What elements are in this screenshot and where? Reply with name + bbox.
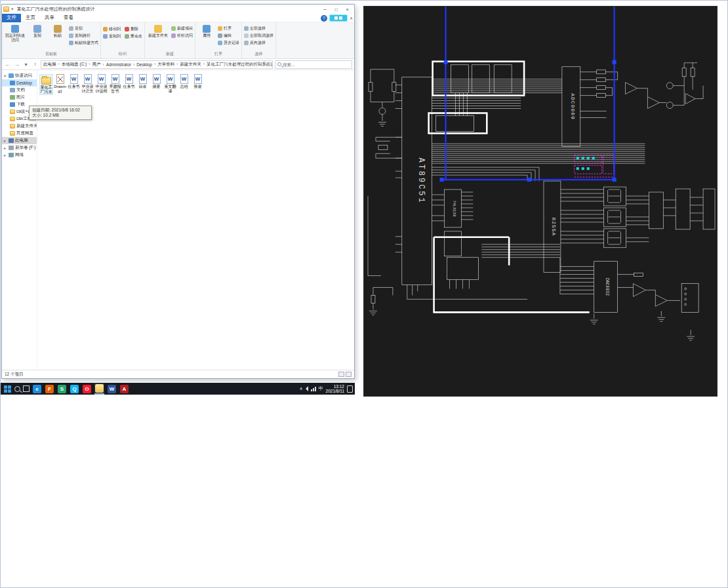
rename-icon xyxy=(125,34,129,39)
sidebar-item-folder-4[interactable]: 百度网盘 xyxy=(2,130,37,137)
breadcrumb-segment[interactable]: 新建文件夹 xyxy=(174,62,201,68)
cad-window[interactable]: AT89C51 ADC0809 8255A 74LS138 DAC0832 xyxy=(363,6,718,397)
breadcrumb[interactable]: 此电脑 本地磁盘 (C:) 用户 Administrator Desktop 大… xyxy=(41,60,273,69)
sidebar-item-documents[interactable]: 文档 xyxy=(2,87,37,94)
invert-selection-button[interactable]: 反向选择 xyxy=(244,40,273,46)
file-item-doc[interactable]: W 英文翻译 xyxy=(163,74,177,94)
tab-file[interactable]: 文件 xyxy=(2,14,21,22)
tab-home[interactable]: 主页 xyxy=(21,14,40,22)
edit-button[interactable]: 编辑 xyxy=(218,33,239,39)
taskbar-clock[interactable]: 13:12 2021/8/11 xyxy=(326,384,344,394)
word-file-icon: W xyxy=(98,74,106,84)
group-label-clipboard: 剪贴板 xyxy=(4,50,98,58)
sidebar-item-quick-access[interactable]: ▾ 快速访问 xyxy=(2,72,37,79)
file-item-drawing[interactable]: Drawing1 xyxy=(53,74,67,94)
chevron-right-icon[interactable]: ▸ xyxy=(4,146,7,150)
quick-access-toolbar-arrow[interactable]: ▾ xyxy=(11,7,14,12)
file-item-doc[interactable]: W 目录 xyxy=(136,74,150,89)
easy-access-button[interactable]: 轻松访问 xyxy=(171,33,193,39)
file-item-doc[interactable]: W 任务书 xyxy=(67,74,81,89)
taskbar-icon-file-explorer[interactable] xyxy=(95,384,104,393)
up-icon[interactable]: ↑ xyxy=(31,62,39,68)
volume-icon[interactable] xyxy=(306,386,308,391)
word-file-icon: W xyxy=(125,74,133,84)
history-button[interactable]: 历史记录 xyxy=(218,40,239,46)
breadcrumb-segment[interactable]: 用户 xyxy=(87,62,100,68)
chevron-down-icon[interactable]: ▾ xyxy=(4,73,7,78)
start-button[interactable] xyxy=(3,385,12,393)
ribbon-collapse-icon[interactable]: ∧ xyxy=(350,16,353,21)
taskbar-icon-word[interactable]: W xyxy=(108,385,116,393)
copy-path-button[interactable]: 复制路径 xyxy=(69,33,98,39)
titlebar[interactable]: ▾ 某化工厂污水处理过程的控制系统设计 ─ □ × xyxy=(2,5,354,14)
paste-button[interactable]: 粘贴 xyxy=(49,24,67,38)
taskbar-icon-opera[interactable]: O xyxy=(83,385,91,393)
details-view-icon[interactable] xyxy=(338,372,344,377)
taskbar-icon-green-app[interactable]: S xyxy=(58,385,66,393)
copy-to-button[interactable]: 复制到 xyxy=(103,33,121,39)
paste-shortcut-button[interactable]: 粘贴快捷方式 xyxy=(69,40,98,46)
move-to-button[interactable]: 移动到 xyxy=(103,26,121,32)
new-item-button[interactable]: 新建项目 xyxy=(171,26,193,31)
file-item-doc[interactable]: W 开题报告书 xyxy=(108,74,122,94)
breadcrumb-segment[interactable]: Desktop xyxy=(131,62,152,67)
tray-expand-icon[interactable]: ∧ xyxy=(299,386,302,391)
easy-access-icon xyxy=(171,33,176,38)
maximize-button[interactable]: □ xyxy=(331,5,342,14)
delete-button[interactable]: 删除 xyxy=(125,26,142,32)
chevron-right-icon[interactable]: ▸ xyxy=(4,153,7,157)
ime-indicator[interactable]: 中 xyxy=(319,385,323,392)
file-item-folder[interactable]: 某化工厂污水处理 xyxy=(39,74,53,95)
file-item-doc[interactable]: W 摘要 xyxy=(150,74,163,89)
move-to-icon xyxy=(103,27,108,31)
history-dropdown-icon[interactable]: ▾ xyxy=(22,62,30,68)
taskbar-icon-firefox[interactable]: F xyxy=(45,385,54,393)
pin-to-quick-access-button[interactable]: 固定到快速访问 xyxy=(4,24,26,42)
folder-icon xyxy=(10,131,15,136)
properties-button[interactable]: 属性 xyxy=(197,24,216,38)
help-icon[interactable]: ? xyxy=(321,15,327,22)
search-box[interactable] xyxy=(275,60,352,69)
forward-icon[interactable]: → xyxy=(13,62,20,68)
copy-button[interactable]: 复制 xyxy=(28,24,47,38)
breadcrumb-segment[interactable]: 某化工厂污水处理过程的控制系统设计 xyxy=(201,62,273,68)
word-file-icon: W xyxy=(180,74,188,84)
sidebar-item-pictures[interactable]: 图片 xyxy=(2,94,37,101)
select-all-button[interactable]: 全部选择 xyxy=(244,26,273,31)
taskbar-icon-edge[interactable]: e xyxy=(33,385,41,393)
close-button[interactable]: × xyxy=(342,5,353,14)
rename-button[interactable]: 重命名 xyxy=(125,33,142,39)
cut-button[interactable]: 剪切 xyxy=(69,26,98,31)
breadcrumb-segment[interactable]: 此电脑 xyxy=(43,62,56,68)
open-button[interactable]: 打开 xyxy=(218,26,239,31)
breadcrumb-segment[interactable]: 大学资料 xyxy=(152,62,174,68)
task-view-icon[interactable] xyxy=(23,385,30,392)
new-folder-button[interactable]: 新建文件夹 xyxy=(147,24,169,38)
taskbar-icon-qq[interactable]: Q xyxy=(70,385,79,393)
sidebar-item-drive-f[interactable]: ▸ 新加卷 (F:) xyxy=(2,144,37,151)
file-item-doc[interactable]: W 任务书 xyxy=(122,74,136,89)
sidebar-item-this-pc[interactable]: ▸ 此电脑 xyxy=(2,137,37,144)
back-icon[interactable]: ← xyxy=(4,62,11,68)
sidebar-item-folder-3[interactable]: 新建文件夹 xyxy=(2,123,37,130)
sidebar-item-desktop[interactable]: Desktop xyxy=(2,79,37,87)
tab-view[interactable]: 查看 xyxy=(59,14,78,22)
minimize-button[interactable]: ─ xyxy=(319,5,331,14)
notification-center-icon[interactable] xyxy=(347,385,353,393)
taskbar-search-icon[interactable] xyxy=(14,386,20,392)
capture-badge[interactable] xyxy=(329,14,348,22)
tab-share[interactable]: 共享 xyxy=(40,14,59,22)
chevron-right-icon[interactable]: ▸ xyxy=(4,138,7,143)
taskbar-icon-autocad[interactable]: A xyxy=(120,385,129,393)
breadcrumb-segment[interactable]: 本地磁盘 (C:) xyxy=(56,62,87,68)
sidebar-item-network[interactable]: ▸ 网络 xyxy=(2,151,37,159)
file-item-doc[interactable]: W 致谢 xyxy=(191,74,205,89)
select-none-button[interactable]: 全部取消选择 xyxy=(244,33,273,39)
file-item-doc[interactable]: W 毕业设计说明书 xyxy=(94,74,108,94)
file-item-doc[interactable]: W 总结 xyxy=(177,74,191,89)
search-input[interactable] xyxy=(283,62,350,67)
file-item-doc[interactable]: W 毕业设计正文 xyxy=(81,74,94,94)
thumbnails-view-icon[interactable] xyxy=(346,372,352,377)
breadcrumb-segment[interactable]: Administrator xyxy=(100,62,131,67)
network-icon[interactable] xyxy=(311,387,316,391)
